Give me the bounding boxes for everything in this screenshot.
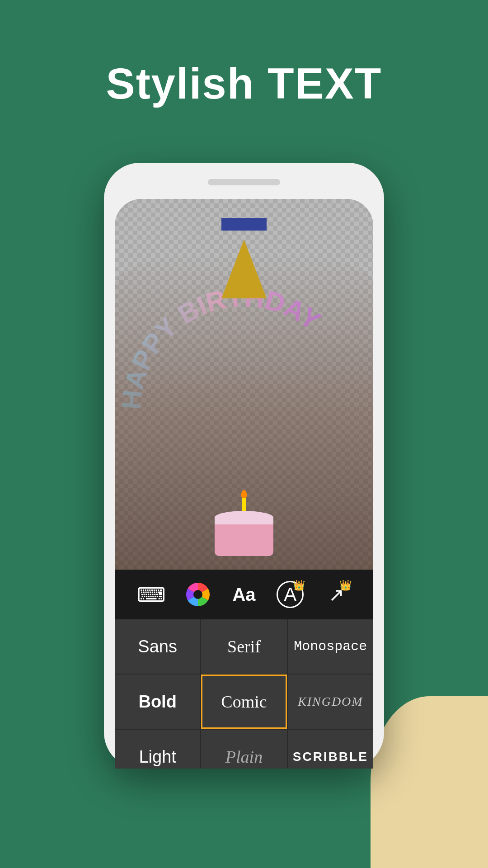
color-wheel-icon[interactable]	[182, 579, 214, 610]
font-scribble[interactable]: SCRIBBLE	[288, 730, 373, 769]
font-bold[interactable]: Bold	[115, 675, 200, 729]
font-light[interactable]: Light	[115, 730, 200, 769]
font-kingdom[interactable]: KINGDOM	[288, 675, 373, 729]
photo-area: HAPPY BIRTHDAY	[115, 199, 373, 570]
font-serif[interactable]: Serif	[201, 619, 286, 674]
phone-shell: HAPPY BIRTHDAY	[104, 163, 384, 769]
toolbar: ⌨	[115, 570, 373, 619]
text-style-icon[interactable]: A 👑	[274, 579, 306, 610]
keyboard-icon[interactable]: ⌨	[136, 579, 167, 610]
background-accent	[371, 696, 488, 868]
font-grid: Sans Serif Monospace Bold Comic KINGDOM	[115, 619, 373, 769]
font-monospace[interactable]: Monospace	[288, 619, 373, 674]
phone-speaker	[208, 179, 280, 185]
font-size-icon[interactable]: Aa	[228, 579, 260, 610]
party-hat-group	[221, 240, 267, 298]
font-sans[interactable]: Sans	[115, 619, 200, 674]
phone-mockup: HAPPY BIRTHDAY	[104, 163, 384, 787]
phone-screen: HAPPY BIRTHDAY	[115, 199, 373, 769]
svg-point-2	[193, 590, 202, 599]
font-plain[interactable]: Plain	[201, 730, 286, 769]
curve-icon[interactable]: ↗ 👑	[321, 579, 352, 610]
cake-decoration	[215, 490, 273, 556]
font-comic[interactable]: Comic	[201, 675, 286, 729]
hero-title: Stylish TEXT	[0, 59, 488, 108]
